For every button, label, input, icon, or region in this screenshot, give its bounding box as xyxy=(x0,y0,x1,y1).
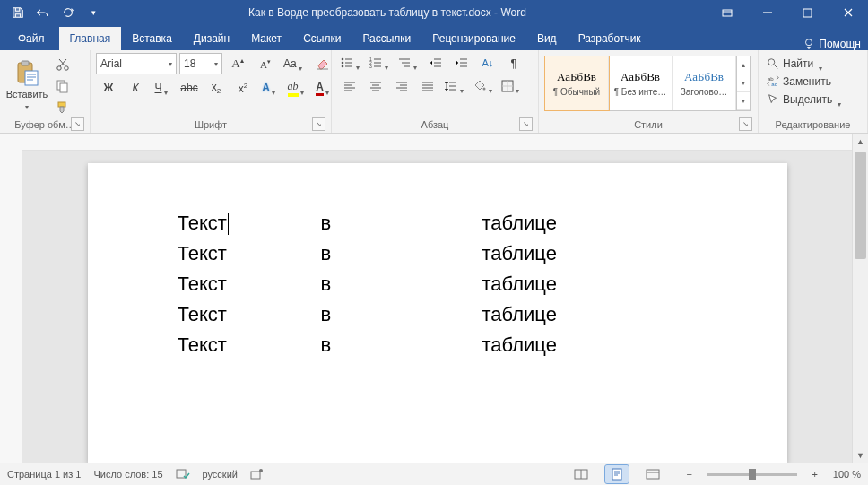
text-line[interactable]: Текствтаблице xyxy=(178,330,698,360)
save-icon[interactable] xyxy=(7,2,29,23)
scroll-thumb[interactable] xyxy=(855,152,866,259)
qat-customize-icon[interactable]: ▾ xyxy=(82,2,104,23)
view-read-mode[interactable] xyxy=(569,465,593,483)
numbering-button[interactable]: 123 xyxy=(366,53,394,73)
status-language[interactable]: русский xyxy=(203,469,238,480)
align-right-button[interactable] xyxy=(389,76,414,96)
font-size-combo[interactable]: 18▾ xyxy=(179,53,222,74)
text-line[interactable]: Текствтаблице xyxy=(178,238,698,269)
sort-button[interactable]: A↓ xyxy=(475,53,500,73)
horizontal-ruler[interactable] xyxy=(22,134,852,151)
chevron-up-icon[interactable]: ▴ xyxy=(737,56,750,74)
zoom-slider[interactable] xyxy=(707,473,797,476)
font-family-combo[interactable]: Arial▾ xyxy=(96,53,177,74)
zoom-out-button[interactable]: − xyxy=(677,464,702,484)
zoom-value[interactable]: 100 % xyxy=(833,469,861,480)
dialog-launcher-icon[interactable]: ↘ xyxy=(312,117,326,131)
styles-more[interactable]: ▴▾▾ xyxy=(736,56,750,110)
italic-button[interactable]: К xyxy=(123,78,148,98)
text-line[interactable]: Текствтаблице xyxy=(178,208,698,238)
vertical-scrollbar[interactable]: ▲ ▼ xyxy=(852,134,868,463)
align-center-button[interactable] xyxy=(363,76,388,96)
bullets-button[interactable] xyxy=(337,53,365,73)
view-print-layout[interactable] xyxy=(605,465,629,483)
superscript-button[interactable]: x2 xyxy=(230,78,256,98)
tab-design[interactable]: Дизайн xyxy=(183,27,240,50)
status-page[interactable]: Страница 1 из 1 xyxy=(7,469,81,480)
bold-button[interactable]: Ж xyxy=(96,78,121,98)
dialog-launcher-icon[interactable]: ↘ xyxy=(71,117,84,131)
find-button[interactable]: Найти xyxy=(764,55,828,73)
svg-rect-26 xyxy=(612,469,621,480)
change-case-button[interactable]: Aa xyxy=(281,54,308,74)
status-words[interactable]: Число слов: 15 xyxy=(93,469,162,480)
svg-rect-9 xyxy=(60,83,67,92)
text-line[interactable]: Текствтаблице xyxy=(178,299,698,330)
highlight-button[interactable]: ab xyxy=(284,78,309,98)
style-item[interactable]: АаБбВв¶ Без инте… xyxy=(609,56,673,110)
align-left-button[interactable] xyxy=(337,76,362,96)
vertical-ruler[interactable] xyxy=(0,134,22,463)
tab-references[interactable]: Ссылки xyxy=(292,27,352,50)
scroll-up-icon[interactable]: ▲ xyxy=(853,134,868,149)
format-painter-button[interactable] xyxy=(50,98,75,117)
dialog-launcher-icon[interactable]: ↘ xyxy=(519,117,533,131)
decrease-indent-button[interactable] xyxy=(423,53,448,73)
statusbar: Страница 1 из 1 Число слов: 15 русский −… xyxy=(0,463,868,485)
svg-rect-1 xyxy=(803,9,812,17)
group-font-label: Шрифт xyxy=(195,119,227,130)
tab-mailings[interactable]: Рассылки xyxy=(352,27,421,50)
show-marks-button[interactable]: ¶ xyxy=(501,53,526,73)
styles-gallery[interactable]: АаБбВв¶ ОбычныйАаБбВв¶ Без инте…АаБбВвЗа… xyxy=(544,56,751,111)
spellcheck-icon[interactable] xyxy=(176,468,190,481)
cut-button[interactable] xyxy=(50,55,75,74)
style-item[interactable]: АаБбВв¶ Обычный xyxy=(545,56,609,110)
document-viewport[interactable]: ТекствтаблицеТекствтаблицеТекствтаблицеТ… xyxy=(22,151,852,463)
subscript-button[interactable]: x2 xyxy=(204,78,229,98)
tab-file[interactable]: Файл xyxy=(4,27,59,50)
tab-developer[interactable]: Разработчик xyxy=(568,27,652,50)
text-effects-button[interactable]: A xyxy=(257,78,282,98)
line-spacing-button[interactable] xyxy=(441,76,469,96)
close-icon[interactable] xyxy=(828,0,868,25)
page[interactable]: ТекствтаблицеТекствтаблицеТекствтаблицеТ… xyxy=(88,163,787,463)
justify-button[interactable] xyxy=(415,76,440,96)
svg-point-13 xyxy=(342,65,344,68)
zoom-thumb[interactable] xyxy=(749,469,756,480)
undo-icon[interactable] xyxy=(32,2,54,23)
macro-rec-icon[interactable] xyxy=(250,468,263,481)
scroll-down-icon[interactable]: ▼ xyxy=(853,447,868,463)
tab-insert[interactable]: Вставка xyxy=(121,27,183,50)
grow-font-button[interactable]: A▴ xyxy=(225,54,250,74)
replace-button[interactable]: abac Заменить xyxy=(764,73,834,91)
ribbon-display-options-icon[interactable] xyxy=(707,0,747,25)
paste-button[interactable]: Вставить xyxy=(5,53,48,112)
tab-review[interactable]: Рецензирование xyxy=(421,27,526,50)
view-web-layout[interactable] xyxy=(641,465,664,483)
strikethrough-button[interactable]: abc xyxy=(177,78,202,98)
dialog-launcher-icon[interactable]: ↘ xyxy=(739,117,752,131)
underline-button[interactable]: Ч xyxy=(150,78,175,98)
shading-button[interactable] xyxy=(470,76,498,96)
shrink-font-button[interactable]: A▾ xyxy=(253,54,278,74)
style-item[interactable]: АаБбВвЗаголово… xyxy=(673,56,736,110)
svg-text:ac: ac xyxy=(771,81,777,87)
svg-point-17 xyxy=(483,88,486,91)
select-button[interactable]: Выделить xyxy=(764,91,846,108)
increase-indent-button[interactable] xyxy=(449,53,474,73)
tab-view[interactable]: Вид xyxy=(526,27,568,50)
copy-button[interactable] xyxy=(50,76,75,96)
minimize-icon[interactable] xyxy=(747,0,787,25)
borders-button[interactable] xyxy=(499,76,525,96)
maximize-icon[interactable] xyxy=(787,0,828,25)
text-line[interactable]: Текствтаблице xyxy=(178,269,698,299)
tab-home[interactable]: Главная xyxy=(59,27,122,50)
more-icon[interactable]: ▾ xyxy=(737,92,750,110)
zoom-in-button[interactable]: + xyxy=(803,464,828,484)
multilevel-list-button[interactable] xyxy=(395,53,422,73)
chevron-down-icon[interactable]: ▾ xyxy=(737,74,750,92)
align-right-icon xyxy=(395,81,408,91)
tab-layout[interactable]: Макет xyxy=(240,27,292,50)
redo-icon[interactable] xyxy=(57,2,79,23)
tell-me[interactable]: Помощн xyxy=(795,38,868,50)
